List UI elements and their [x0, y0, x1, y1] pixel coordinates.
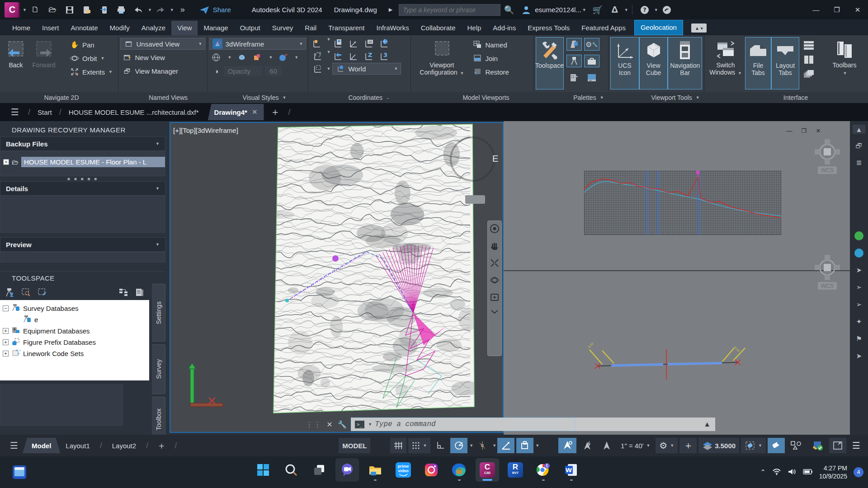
- scale-selector[interactable]: 1" = 40'▼: [617, 438, 654, 453]
- isodraft-caret-icon[interactable]: ▼: [492, 443, 496, 448]
- search-icon[interactable]: 🔍: [502, 3, 516, 17]
- doc-close-icon[interactable]: ✕: [813, 127, 824, 135]
- tab-express-tools[interactable]: Express Tools: [522, 21, 576, 35]
- search-input[interactable]: [403, 6, 496, 14]
- expand-plus-icon[interactable]: +: [3, 339, 9, 345]
- edit-selection-icon[interactable]: [37, 287, 47, 297]
- close-tab-icon[interactable]: ✕: [252, 108, 258, 116]
- tab-manage[interactable]: Manage: [198, 21, 234, 35]
- tab-survey[interactable]: Survey: [266, 21, 299, 35]
- layout2-tab[interactable]: Layout2: [107, 438, 142, 453]
- cmdline-grip[interactable]: ⋮⋮: [306, 420, 322, 429]
- selection-cycling-toggle[interactable]: [787, 438, 806, 453]
- sphere-x-icon[interactable]: ✕: [278, 52, 288, 62]
- grid-display-toggle[interactable]: [390, 438, 406, 453]
- clean-screen-toggle[interactable]: [829, 438, 846, 453]
- search-taskbar-icon[interactable]: [279, 458, 303, 482]
- wifi-icon[interactable]: [772, 468, 781, 477]
- panel-label-model-viewports[interactable]: Model Viewports: [422, 92, 550, 103]
- report-icon[interactable]: [135, 287, 145, 297]
- model-space-toggle[interactable]: MODEL: [339, 438, 370, 453]
- task-view-icon[interactable]: [307, 458, 331, 482]
- new-file-icon[interactable]: 🗋: [28, 3, 42, 17]
- ucs-named-list-icon[interactable]: [361, 37, 377, 50]
- viewport-wcs-pill[interactable]: [465, 195, 485, 204]
- ucs-rotate-x-icon[interactable]: x: [310, 50, 326, 62]
- prime-video-icon[interactable]: primevideo: [392, 458, 415, 482]
- view-manager-button[interactable]: 🗗 View Manager: [120, 64, 205, 78]
- visual-style-dropdown[interactable]: 3dWireframe▼: [209, 38, 306, 50]
- isodraft-toggle[interactable]: [474, 438, 491, 453]
- command-line-palette-icon[interactable]: [584, 71, 599, 84]
- battery-icon[interactable]: [803, 469, 813, 476]
- ribbon-display-toggle[interactable]: ▲ ▾: [691, 23, 707, 33]
- file-tab-menu-icon[interactable]: ☰: [8, 105, 22, 119]
- expand-plus-icon[interactable]: +: [3, 328, 9, 334]
- tree-item-survey-db-e[interactable]: e: [3, 314, 149, 325]
- expand-plus-icon[interactable]: +: [3, 159, 9, 165]
- dock-copy-icon[interactable]: 🗗: [854, 140, 864, 151]
- ucs-named-icon[interactable]: [310, 37, 326, 50]
- polar-tracking-toggle[interactable]: [450, 438, 467, 453]
- viewcube-compass-bottom[interactable]: WCS: [815, 255, 840, 290]
- assistant-icon[interactable]: [660, 3, 674, 17]
- document-tab-2-active[interactable]: Drawing4* ✕: [208, 104, 264, 120]
- dock-layers-icon[interactable]: ≣: [854, 157, 864, 168]
- chrome-icon[interactable]: E: [532, 458, 555, 482]
- panel-label-coordinates[interactable]: Coordinates⌄: [316, 92, 422, 103]
- title-expand-icon[interactable]: ▶: [389, 7, 392, 13]
- app-menu-caret-icon[interactable]: ▼: [23, 8, 27, 12]
- panel-label-interface[interactable]: Interface: [723, 92, 868, 103]
- snap-mode-toggle[interactable]: ▼: [408, 438, 430, 453]
- toolbox-palette-icon[interactable]: [584, 55, 599, 67]
- zoom-to-selection-icon[interactable]: [21, 287, 31, 297]
- survey-palette-icon[interactable]: ✕: [566, 55, 582, 67]
- osnap-caret-icon[interactable]: ▼: [535, 443, 539, 448]
- annotation-monitor-toggle[interactable]: ▼: [741, 438, 766, 453]
- dock-pin-icon[interactable]: ➤: [854, 351, 864, 361]
- annotation-scale-icon[interactable]: [598, 438, 615, 453]
- save-icon[interactable]: [63, 3, 76, 17]
- opacity-icon[interactable]: ◑: [211, 66, 221, 76]
- sheet-set-palette-icon[interactable]: [566, 71, 582, 84]
- tab-view[interactable]: View: [171, 21, 198, 35]
- tree-item-linework-code-sets[interactable]: + ✕ ✕✕ Linework Code Sets: [3, 348, 149, 359]
- help-icon[interactable]: ?: [638, 3, 651, 17]
- document-tab-1[interactable]: HOUSE MODEL ESUME ...rchitectural.dxf*: [66, 104, 202, 120]
- start-button[interactable]: [251, 458, 275, 482]
- switch-windows-button[interactable]: SwitchWindows ▼: [706, 37, 745, 90]
- tab-infraworks[interactable]: InfraWorks: [371, 21, 415, 35]
- tree-item-equipment-databases[interactable]: + Equipment Databases: [3, 325, 149, 337]
- elevation-indicator[interactable]: 3.5000: [698, 438, 739, 453]
- settings-palette-icon[interactable]: ⚙🔧: [584, 38, 599, 51]
- ucs-z-axis-icon[interactable]: Z: [361, 50, 377, 62]
- autodesk-caret-icon[interactable]: ▼: [624, 8, 628, 12]
- command-input[interactable]: >_ ▼ Type a command: [351, 418, 575, 431]
- tile-cascade-icon[interactable]: [801, 68, 816, 80]
- active-model-viewport[interactable]: [+][Top][3dWireframe] E: [170, 122, 504, 433]
- dock-blue-globe-icon[interactable]: [854, 248, 864, 258]
- viewcube-ring[interactable]: [450, 136, 495, 182]
- opacity-slider[interactable]: Opacity: [224, 66, 262, 76]
- ucs-origin-icon[interactable]: [346, 37, 361, 50]
- tile-vertical-icon[interactable]: [801, 53, 816, 66]
- tab-rail[interactable]: Rail: [299, 21, 322, 35]
- wcs-label-bottom[interactable]: WCS: [818, 282, 837, 290]
- dock-scroll-up-icon[interactable]: ▲: [853, 125, 865, 134]
- background-sphere-icon[interactable]: [211, 52, 221, 62]
- new-view-button[interactable]: 🗔✦ New View: [120, 51, 205, 64]
- word-icon[interactable]: W: [560, 458, 583, 482]
- crosshair-toggle[interactable]: ＋: [679, 438, 697, 453]
- autodesk-logo-icon[interactable]: Δ: [608, 3, 622, 17]
- taskbar-clock[interactable]: 4:27 PM 10/9/2025: [819, 464, 847, 480]
- cmdline-customize-icon[interactable]: 🔧: [337, 419, 347, 429]
- tab-insert[interactable]: Insert: [36, 21, 65, 35]
- panel-label-named-views[interactable]: Named Views: [123, 92, 213, 103]
- nav-more-icon[interactable]: [490, 310, 500, 314]
- civil3d-app-logo[interactable]: C: [5, 2, 20, 18]
- shaded-box-icon[interactable]: [237, 52, 247, 62]
- viewcube-compass-top[interactable]: WCS: [815, 139, 840, 174]
- civil3d-taskbar-icon[interactable]: CC3D: [476, 458, 499, 482]
- nav-wheel-icon[interactable]: [490, 224, 500, 234]
- object-snap-tracking-toggle[interactable]: [497, 438, 514, 453]
